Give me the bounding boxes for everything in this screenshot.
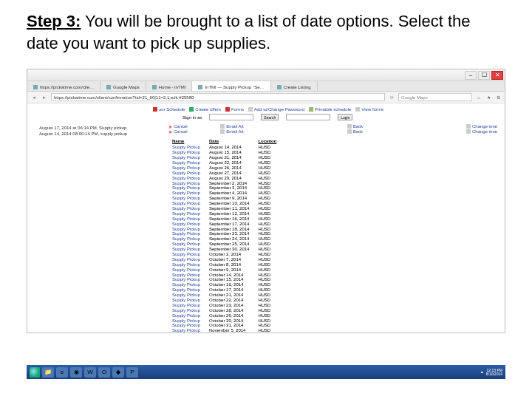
- supply-pickup-link[interactable]: Supply Pickup: [168, 323, 205, 328]
- location-cell: HUSD: [253, 216, 281, 222]
- page-content: our ScheduleCreate offersFormsAdd to/Cha…: [27, 103, 505, 332]
- header-link[interactable]: Add to/Change Password: [248, 107, 304, 112]
- chrome-icon[interactable]: ◉: [70, 367, 82, 378]
- supply-pickup-link[interactable]: Supply Pickup: [168, 155, 205, 160]
- supply-pickup-link[interactable]: Supply Pickup: [168, 227, 205, 232]
- supply-pickup-link[interactable]: Supply Pickup: [168, 273, 205, 278]
- date-cell: October 2, 2014: [205, 252, 253, 257]
- location-cell: HUSD: [253, 293, 281, 298]
- supply-pickup-link[interactable]: Supply Pickup: [168, 222, 205, 227]
- table-row: Supply PickupOctober 29, 2014HUSD: [168, 313, 281, 318]
- star-icon[interactable]: ★: [485, 94, 492, 101]
- table-row: Supply PickupSeptember 30, 2014HUSD: [168, 247, 281, 252]
- supply-pickup-link[interactable]: Supply Pickup: [168, 196, 205, 201]
- supply-pickup-link[interactable]: Supply Pickup: [168, 267, 205, 273]
- supply-pickup-link[interactable]: Supply Pickup: [168, 247, 205, 252]
- home-icon[interactable]: ⌂: [475, 94, 482, 101]
- header-link[interactable]: View forms: [355, 107, 383, 112]
- maximize-button[interactable]: ☐: [478, 71, 490, 80]
- login-input[interactable]: [286, 114, 330, 120]
- supply-pickup-link[interactable]: Supply Pickup: [168, 287, 205, 293]
- supply-pickup-link[interactable]: Supply Pickup: [168, 191, 205, 196]
- action-link[interactable]: Email Alt: [220, 129, 243, 134]
- header-link-icon: [309, 107, 313, 112]
- x-icon: ✕: [168, 124, 172, 129]
- supply-pickup-link[interactable]: Supply Pickup: [168, 318, 205, 324]
- login-button[interactable]: Login: [338, 114, 352, 120]
- app-icon[interactable]: ◆: [112, 367, 124, 378]
- supply-pickup-link[interactable]: Supply Pickup: [168, 216, 205, 222]
- browser-tab[interactable]: https://pickatime.com/clie…: [27, 81, 100, 91]
- cancel-link[interactable]: ✕Cancel: [168, 124, 188, 129]
- supply-pickup-link[interactable]: Supply Pickup: [168, 231, 205, 236]
- browser-tab[interactable]: InTMI — Supply Pickup °Se…: [192, 81, 270, 91]
- supply-pickup-link[interactable]: Supply Pickup: [168, 277, 205, 282]
- supply-pickup-link[interactable]: Supply Pickup: [168, 308, 205, 313]
- supply-pickup-link[interactable]: Supply Pickup: [168, 181, 205, 186]
- supply-pickup-link[interactable]: Supply Pickup: [168, 211, 205, 216]
- ie-icon[interactable]: e: [56, 367, 68, 378]
- date-cell: September 11, 2014: [205, 206, 253, 211]
- action-link[interactable]: Back: [347, 129, 363, 134]
- date-cell: September 2, 2014: [205, 181, 253, 186]
- browser-tab[interactable]: Home - InTMI: [146, 81, 193, 91]
- location-cell: HUSD: [253, 328, 281, 333]
- supply-pickup-link[interactable]: Supply Pickup: [168, 303, 205, 308]
- word-icon[interactable]: W: [84, 367, 96, 378]
- supply-pickup-link[interactable]: Supply Pickup: [168, 282, 205, 287]
- forward-icon[interactable]: ►: [41, 94, 48, 101]
- supply-pickup-link[interactable]: Supply Pickup: [168, 298, 205, 303]
- supply-pickup-link[interactable]: Supply Pickup: [168, 166, 205, 171]
- action-link[interactable]: Back: [347, 124, 363, 129]
- tray-chevron-icon[interactable]: ▲: [480, 370, 484, 374]
- outlook-icon[interactable]: O: [98, 367, 110, 378]
- supply-pickup-link[interactable]: Supply Pickup: [168, 236, 205, 242]
- action-link[interactable]: Email Alt: [220, 124, 243, 129]
- gear-icon[interactable]: ⚙: [494, 94, 502, 101]
- supply-pickup-link[interactable]: Supply Pickup: [168, 257, 205, 262]
- browser-tab[interactable]: Create Listing: [271, 81, 318, 91]
- supply-pickup-link[interactable]: Supply Pickup: [168, 293, 205, 298]
- supply-pickup-link[interactable]: Supply Pickup: [168, 176, 205, 181]
- file-explorer-icon[interactable]: 📁: [42, 367, 54, 378]
- supply-pickup-link[interactable]: Supply Pickup: [168, 201, 205, 206]
- header-link[interactable]: Printable schedule: [309, 107, 351, 112]
- supply-pickup-link[interactable]: Supply Pickup: [168, 242, 205, 247]
- browser-search[interactable]: Google Maps: [398, 93, 472, 101]
- address-bar[interactable]: https://pickatime.com/client/confirmatio…: [51, 93, 385, 101]
- system-tray[interactable]: ▲ 12:13 PM 8/10/2014: [480, 369, 502, 376]
- supply-pickup-link[interactable]: Supply Pickup: [168, 171, 205, 176]
- header-link[interactable]: our Schedule: [153, 107, 185, 112]
- supply-pickup-link[interactable]: Supply Pickup: [168, 262, 205, 267]
- supply-pickup-link[interactable]: Supply Pickup: [168, 160, 205, 166]
- supply-pickup-link[interactable]: Supply Pickup: [168, 185, 205, 191]
- search-button[interactable]: Search: [261, 114, 279, 120]
- cancel-link[interactable]: ✕Cancel: [168, 129, 188, 134]
- close-button[interactable]: ✕: [491, 71, 503, 80]
- powerpoint-icon[interactable]: P: [126, 367, 138, 378]
- action-link[interactable]: Change time: [466, 124, 497, 129]
- tab-favicon-icon: [106, 85, 111, 89]
- supply-pickup-link[interactable]: Supply Pickup: [168, 206, 205, 211]
- header-link[interactable]: Forms: [225, 107, 244, 112]
- supply-pickup-link[interactable]: Supply Pickup: [168, 328, 205, 333]
- location-cell: HUSD: [253, 236, 281, 242]
- signin-input[interactable]: [209, 114, 253, 120]
- clock[interactable]: 12:13 PM 8/10/2014: [486, 369, 502, 376]
- date-cell: August 21, 2014: [205, 155, 253, 160]
- browser-tab[interactable]: Google Maps: [100, 81, 146, 91]
- reload-icon[interactable]: ⟳: [388, 94, 395, 101]
- action-link[interactable]: Change time: [466, 129, 497, 134]
- location-cell: HUSD: [253, 206, 281, 211]
- back-icon[interactable]: ◄: [30, 94, 38, 101]
- header-link-label: our Schedule: [159, 107, 185, 112]
- supply-pickup-link[interactable]: Supply Pickup: [168, 252, 205, 257]
- minimize-button[interactable]: –: [465, 71, 477, 80]
- start-button[interactable]: [30, 367, 40, 378]
- supply-pickup-link[interactable]: Supply Pickup: [168, 313, 205, 318]
- header-link-icon: [355, 107, 360, 112]
- location-cell: HUSD: [253, 176, 281, 181]
- supply-pickup-link[interactable]: Supply Pickup: [168, 150, 205, 155]
- header-link[interactable]: Create offers: [189, 107, 221, 112]
- supply-pickup-link[interactable]: Supply Pickup: [168, 145, 205, 150]
